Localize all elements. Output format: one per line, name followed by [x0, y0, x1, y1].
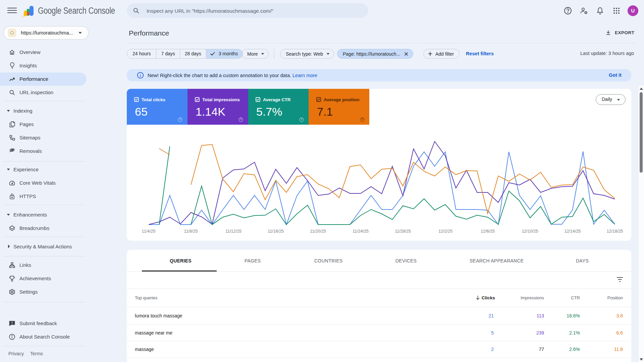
svg-text:11/4/25: 11/4/25 [142, 229, 156, 234]
svg-text:12/18/25: 12/18/25 [607, 229, 623, 234]
svg-text:12/10/25: 12/10/25 [522, 229, 538, 234]
svg-text:11/8/25: 11/8/25 [184, 229, 198, 234]
svg-text:12/2/25: 12/2/25 [438, 229, 452, 234]
svg-text:11/24/25: 11/24/25 [353, 229, 369, 234]
svg-text:11/28/25: 11/28/25 [395, 229, 411, 234]
svg-text:11/16/25: 11/16/25 [268, 229, 284, 234]
svg-text:12/6/25: 12/6/25 [481, 229, 495, 234]
svg-text:12/14/25: 12/14/25 [565, 229, 581, 234]
svg-text:11/20/25: 11/20/25 [310, 229, 326, 234]
svg-text:11/12/25: 11/12/25 [225, 229, 241, 234]
